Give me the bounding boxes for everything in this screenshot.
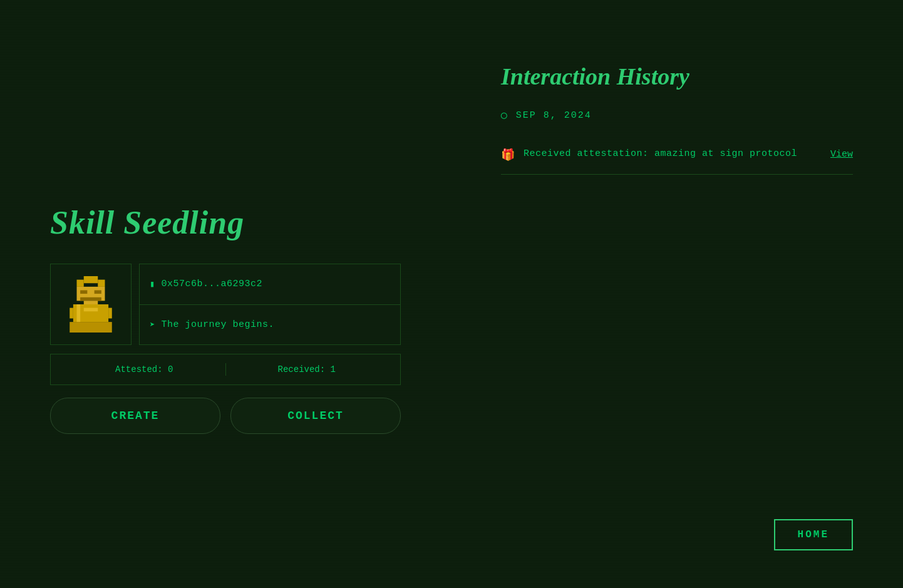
date-text: SEP 8, 2024 — [516, 110, 592, 121]
svg-rect-2 — [98, 280, 105, 287]
svg-rect-1 — [77, 280, 84, 287]
calendar-icon: ▮ — [150, 279, 155, 289]
address-row: ▮ 0x57c6b...a6293c2 — [140, 264, 400, 305]
avatar-card — [50, 264, 132, 345]
history-date: ◯ SEP 8, 2024 — [501, 109, 853, 121]
svg-rect-9 — [70, 308, 73, 319]
left-panel: Skill Seedling — [50, 38, 401, 550]
card-container: ▮ 0x57c6b...a6293c2 ➤ The journey begins… — [50, 264, 401, 345]
character-title: Skill Seedling — [50, 204, 401, 241]
attested-value: 0 — [168, 364, 173, 374]
attested-stat: Attested: 0 — [63, 364, 225, 374]
journey-icon: ➤ — [150, 319, 155, 330]
info-card: ▮ 0x57c6b...a6293c2 ➤ The journey begins… — [139, 264, 401, 345]
received-label: Received: — [278, 364, 326, 374]
collect-button[interactable]: COLLECT — [230, 398, 401, 434]
history-entry: 🎁 Received attestation: amazing at sign … — [501, 134, 853, 175]
received-value: 1 — [331, 364, 336, 374]
svg-rect-13 — [84, 308, 98, 312]
svg-rect-5 — [95, 291, 101, 294]
attestation-icon: 🎁 — [501, 148, 515, 162]
history-title: Interaction History — [501, 63, 853, 90]
svg-rect-0 — [84, 276, 98, 283]
right-panel: Interaction History ◯ SEP 8, 2024 🎁 Rece… — [401, 38, 853, 550]
tagline-text: The journey begins. — [161, 319, 274, 330]
home-button[interactable]: HOME — [774, 519, 853, 550]
view-link[interactable]: View — [830, 149, 853, 160]
clock-icon: ◯ — [501, 109, 508, 121]
attested-label: Attested: — [115, 364, 163, 374]
svg-rect-6 — [80, 297, 101, 301]
tagline-row: ➤ The journey begins. — [140, 305, 400, 345]
svg-rect-12 — [77, 304, 81, 322]
create-button[interactable]: CREATE — [50, 398, 220, 434]
home-button-container: HOME — [774, 519, 853, 550]
svg-rect-4 — [80, 291, 87, 294]
wallet-address: 0x57c6b...a6293c2 — [161, 279, 262, 289]
svg-rect-11 — [70, 322, 112, 333]
received-stat: Received: 1 — [226, 364, 388, 374]
action-buttons: CREATE COLLECT — [50, 398, 401, 434]
king-avatar-icon — [63, 276, 119, 333]
svg-rect-7 — [84, 301, 98, 304]
stats-bar: Attested: 0 Received: 1 — [50, 354, 401, 385]
entry-text: Received attestation: amazing at sign pr… — [524, 147, 822, 162]
svg-rect-10 — [108, 308, 112, 319]
